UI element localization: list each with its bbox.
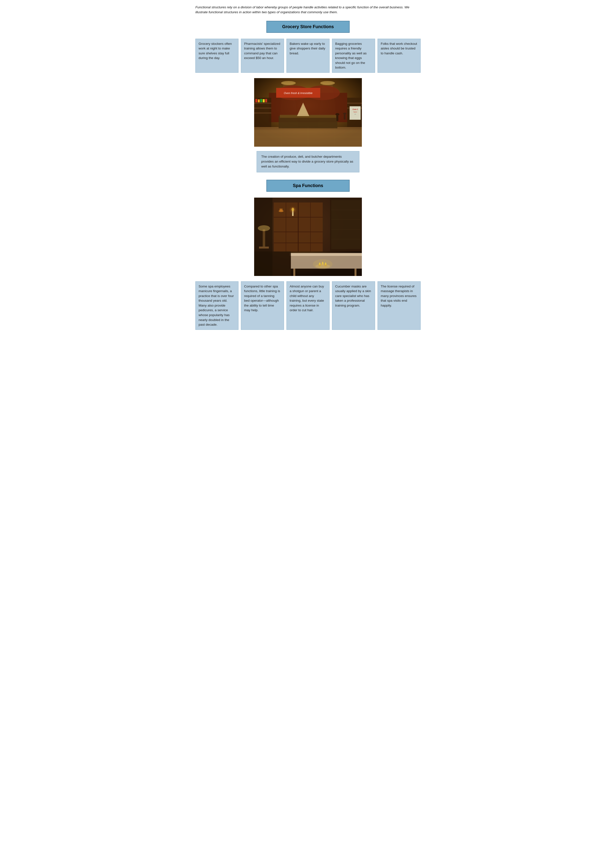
grocery-cards-row: Grocery stockers often work at night to …: [195, 39, 421, 73]
svg-rect-23: [254, 112, 271, 114]
svg-rect-77: [263, 229, 265, 247]
grocery-card-3: Bakers wake up early to give shoppers th…: [286, 39, 330, 73]
grocery-store-image: Oven fresh & Irresistible: [254, 78, 362, 147]
grocery-card-2-text: Pharmacists' specialized training allows…: [244, 42, 280, 60]
svg-rect-28: [265, 99, 267, 102]
svg-rect-57: [331, 200, 361, 249]
svg-point-55: [289, 206, 297, 213]
spa-room-image: [254, 198, 362, 276]
grocery-card-2: Pharmacists' specialized training allows…: [241, 39, 284, 73]
svg-rect-30: [347, 103, 362, 104]
spa-card-3-text: Almost anyone can buy a shotgun or paren…: [289, 285, 324, 312]
grocery-card-4: Bagging groceries requires a friendly pe…: [332, 39, 375, 73]
grocery-image-container: Oven fresh & Irresistible: [195, 78, 421, 147]
spa-card-2: Compared to other spa functions, little …: [241, 282, 284, 330]
grocery-card-5: Folks that work checkout aisles should b…: [378, 39, 421, 73]
svg-rect-17: [336, 116, 338, 121]
grocery-card-5-text: Folks that work checkout aisles should b…: [381, 42, 417, 55]
svg-point-16: [336, 113, 339, 116]
svg-rect-76: [259, 247, 269, 249]
svg-rect-27: [263, 99, 265, 102]
spa-cards-row: Some spa employees manicure fingernails,…: [195, 282, 421, 330]
svg-rect-52: [280, 209, 283, 211]
svg-point-78: [258, 225, 270, 231]
svg-rect-22: [254, 107, 271, 109]
grocery-card-3-text: Bakers wake up early to give shoppers th…: [289, 42, 325, 55]
spa-card-4: Cucumber masks are usually applied by a …: [332, 282, 375, 330]
spa-card-1: Some spa employees manicure fingernails,…: [195, 282, 238, 330]
grocery-caption-text: The creation of produce, deli, and butch…: [261, 155, 353, 169]
svg-rect-24: [255, 99, 257, 102]
svg-rect-12: [279, 116, 337, 128]
spa-section-title: Spa Functions: [266, 180, 350, 192]
spa-image-container: [195, 198, 421, 276]
grocery-section-title: Grocery Store Functions: [266, 21, 350, 33]
svg-rect-26: [260, 99, 262, 102]
svg-text:Oven fresh & Irresistible: Oven fresh & Irresistible: [284, 91, 313, 94]
svg-rect-65: [354, 269, 356, 276]
svg-rect-64: [293, 269, 295, 276]
spa-card-5-text: The license required of massage therapis…: [381, 285, 416, 307]
svg-text:Speci: Speci: [353, 111, 357, 113]
svg-rect-25: [258, 99, 260, 102]
grocery-caption: The creation of produce, deli, and butch…: [257, 151, 359, 172]
svg-rect-19: [344, 114, 345, 119]
spa-card-3: Almost anyone can buy a shotgun or paren…: [286, 282, 330, 330]
svg-text:Club C: Club C: [353, 108, 358, 110]
spa-card-1-text: Some spa employees manicure fingernails,…: [198, 285, 234, 326]
spa-card-5: The license required of massage therapis…: [378, 282, 421, 330]
grocery-card-4-text: Bagging groceries requires a friendly pe…: [335, 42, 367, 70]
spa-card-4-text: Cucumber masks are usually applied by a …: [335, 285, 371, 307]
grocery-card-1-text: Grocery stockers often work at night to …: [198, 42, 232, 60]
spa-card-2-text: Compared to other spa functions, little …: [244, 285, 280, 312]
svg-rect-21: [254, 103, 271, 104]
svg-point-18: [343, 113, 347, 114]
grocery-card-1: Grocery stockers often work at night to …: [195, 39, 238, 73]
svg-point-73: [313, 259, 333, 269]
svg-rect-63: [289, 253, 362, 256]
intro-paragraph: Functional structures rely on a division…: [195, 5, 421, 15]
svg-text:als: als: [354, 113, 356, 115]
